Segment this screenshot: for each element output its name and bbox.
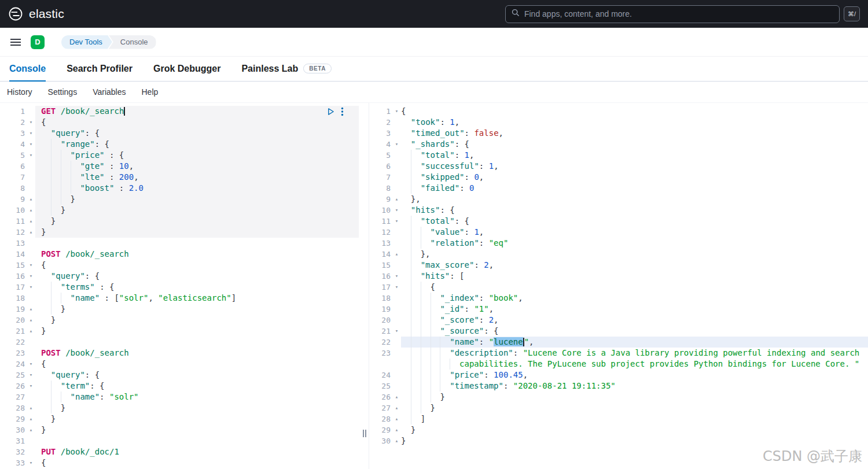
line-number: 16 bbox=[375, 271, 392, 282]
request-code bbox=[35, 337, 359, 348]
resize-handle-icon bbox=[363, 430, 366, 437]
fold-toggle-icon[interactable]: ▾ bbox=[392, 216, 401, 227]
fold-toggle-icon[interactable]: ▴ bbox=[392, 402, 401, 413]
line-number: 6 bbox=[0, 161, 27, 172]
fold-toggle-icon[interactable]: ▾ bbox=[27, 457, 35, 468]
fold-toggle-icon[interactable]: ▴ bbox=[392, 435, 401, 446]
fold-toggle-icon[interactable]: ▾ bbox=[392, 271, 401, 282]
fold-gutter bbox=[392, 293, 401, 304]
line-number: 17 bbox=[0, 282, 27, 293]
fold-toggle-icon[interactable]: ▾ bbox=[392, 106, 401, 117]
response-viewer[interactable]: 1▾{2"took": 1,3"timed_out": false,4▾"_sh… bbox=[375, 103, 868, 469]
fold-toggle-icon[interactable]: ▾ bbox=[27, 282, 35, 293]
request-line: 30▴} bbox=[0, 424, 367, 435]
menu-item-variables[interactable]: Variables bbox=[93, 87, 126, 97]
fold-toggle-icon[interactable]: ▾ bbox=[27, 271, 35, 282]
fold-toggle-icon[interactable]: ▾ bbox=[392, 282, 401, 293]
fold-gutter bbox=[392, 260, 401, 271]
line-number: 21 bbox=[375, 326, 392, 337]
line-number: 18 bbox=[375, 293, 392, 304]
fold-toggle-icon[interactable]: ▴ bbox=[27, 402, 35, 413]
response-code: "hits": { bbox=[401, 205, 868, 216]
request-code: } bbox=[35, 424, 359, 435]
fold-toggle-icon[interactable]: ▾ bbox=[27, 139, 35, 150]
request-line: 26▾"term": { bbox=[0, 381, 367, 392]
line-number: 15 bbox=[375, 260, 392, 271]
fold-toggle-icon[interactable]: ▴ bbox=[27, 227, 35, 238]
request-line: 10▴} bbox=[0, 205, 367, 216]
request-code: } bbox=[35, 304, 359, 315]
response-code: "took": 1, bbox=[401, 117, 868, 128]
fold-toggle-icon[interactable]: ▾ bbox=[392, 139, 401, 150]
response-line: 30▴} bbox=[375, 435, 868, 446]
fold-toggle-icon[interactable]: ▾ bbox=[27, 381, 35, 392]
response-line: 7"skipped": 0, bbox=[375, 172, 868, 183]
response-code: } bbox=[401, 435, 868, 446]
response-line: 28▴] bbox=[375, 413, 868, 424]
line-number: 22 bbox=[375, 337, 392, 348]
fold-gutter bbox=[27, 348, 35, 359]
response-code: } bbox=[401, 424, 868, 435]
fold-toggle-icon[interactable]: ▾ bbox=[27, 370, 35, 381]
response-code: "total": 1, bbox=[401, 150, 868, 161]
response-code: "value": 1, bbox=[401, 227, 868, 238]
send-request-icon[interactable] bbox=[327, 108, 334, 116]
fold-toggle-icon[interactable]: ▴ bbox=[392, 424, 401, 435]
breadcrumb-dev-tools[interactable]: Dev Tools bbox=[61, 35, 112, 49]
fold-toggle-icon[interactable]: ▴ bbox=[27, 326, 35, 337]
response-code: "failed": 0 bbox=[401, 183, 868, 194]
request-line: 24▾{ bbox=[0, 359, 367, 370]
fold-toggle-icon[interactable]: ▾ bbox=[392, 326, 401, 337]
fold-toggle-icon[interactable]: ▴ bbox=[392, 413, 401, 424]
fold-toggle-icon[interactable]: ▴ bbox=[27, 424, 35, 435]
beta-badge: BETA bbox=[303, 64, 332, 73]
response-code: "successful": 1, bbox=[401, 161, 868, 172]
elastic-logo-icon[interactable] bbox=[8, 6, 23, 21]
request-code: "boost" : 2.0 bbox=[35, 183, 359, 194]
fold-toggle-icon[interactable]: ▴ bbox=[27, 194, 35, 205]
fold-toggle-icon[interactable]: ▴ bbox=[27, 304, 35, 315]
fold-toggle-icon[interactable]: ▴ bbox=[27, 315, 35, 326]
line-number: 12 bbox=[375, 227, 392, 238]
space-avatar[interactable]: D bbox=[31, 35, 45, 49]
search-input[interactable]: Find apps, content, and more. bbox=[505, 5, 840, 23]
fold-toggle-icon[interactable]: ▾ bbox=[27, 150, 35, 161]
hamburger-icon bbox=[10, 39, 21, 40]
fold-toggle-icon[interactable]: ▾ bbox=[392, 205, 401, 216]
menu-item-help[interactable]: Help bbox=[141, 87, 158, 97]
response-line: 17▾{ bbox=[375, 282, 868, 293]
tab-search-profiler[interactable]: Search Profiler bbox=[67, 57, 133, 82]
line-number: 8 bbox=[0, 183, 27, 194]
tab-painless-lab[interactable]: Painless Lab BETA bbox=[241, 57, 332, 82]
fold-toggle-icon[interactable]: ▴ bbox=[27, 413, 35, 424]
line-number: 29 bbox=[0, 413, 27, 424]
fold-toggle-icon[interactable]: ▾ bbox=[27, 117, 35, 128]
line-number: 13 bbox=[375, 238, 392, 249]
tab-grok-debugger[interactable]: Grok Debugger bbox=[153, 57, 220, 82]
fold-toggle-icon[interactable]: ▴ bbox=[392, 249, 401, 260]
fold-toggle-icon[interactable]: ▴ bbox=[27, 216, 35, 227]
fold-toggle-icon[interactable]: ▴ bbox=[392, 392, 401, 402]
menu-item-history[interactable]: History bbox=[7, 87, 32, 97]
request-editor[interactable]: 1GET /book/_search2▾{3▾"query": {4▾"rang… bbox=[0, 103, 367, 469]
fold-toggle-icon[interactable]: ▾ bbox=[27, 128, 35, 139]
response-code: "_source": { bbox=[401, 326, 868, 337]
request-code: } bbox=[35, 194, 359, 205]
line-number: 2 bbox=[375, 117, 392, 128]
request-code: } bbox=[35, 227, 359, 238]
fold-toggle-icon[interactable]: ▾ bbox=[27, 359, 35, 370]
tab-console[interactable]: Console bbox=[9, 57, 46, 82]
fold-toggle-icon[interactable]: ▾ bbox=[27, 260, 35, 271]
response-code: "timed_out": false, bbox=[401, 128, 868, 139]
line-number: 12 bbox=[0, 227, 27, 238]
devtools-tabs: Console Search Profiler Grok Debugger Pa… bbox=[0, 57, 868, 82]
fold-gutter bbox=[392, 359, 401, 370]
request-options-icon[interactable] bbox=[341, 107, 344, 116]
panel-resizer[interactable] bbox=[367, 103, 375, 469]
response-line: 2"took": 1, bbox=[375, 117, 868, 128]
menu-item-settings[interactable]: Settings bbox=[48, 87, 78, 97]
line-number: 28 bbox=[0, 402, 27, 413]
nav-menu-button[interactable] bbox=[9, 36, 22, 48]
fold-toggle-icon[interactable]: ▴ bbox=[27, 205, 35, 216]
fold-toggle-icon[interactable]: ▴ bbox=[392, 194, 401, 205]
